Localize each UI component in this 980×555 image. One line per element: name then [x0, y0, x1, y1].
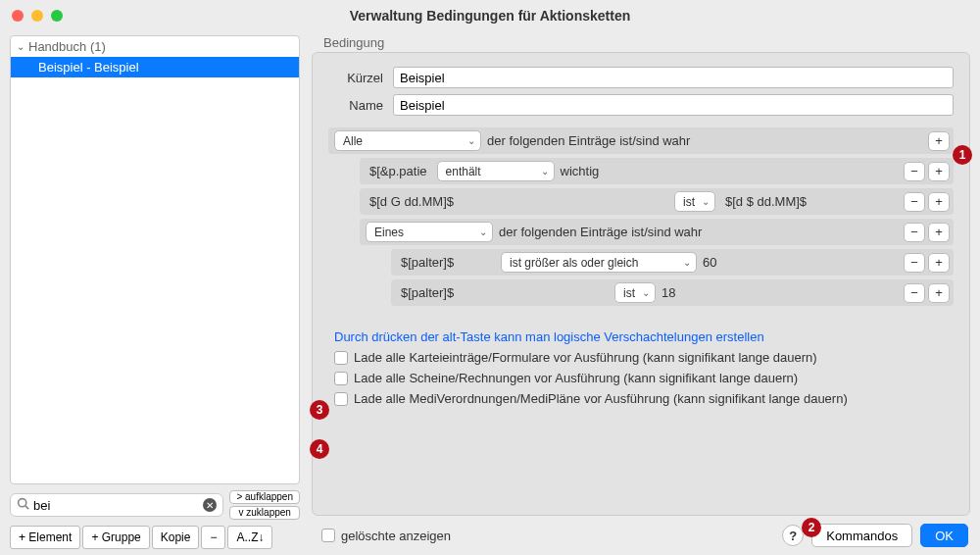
- rule-val[interactable]: 60: [703, 255, 716, 270]
- kuerzel-label: Kürzel: [328, 71, 383, 85]
- rule-val[interactable]: 18: [662, 285, 675, 300]
- rule-var[interactable]: $[&p.patie: [366, 163, 431, 179]
- remove-rule-button[interactable]: −: [904, 283, 925, 303]
- rule-var[interactable]: $[palter]$: [397, 254, 495, 271]
- add-rule-button[interactable]: +: [928, 283, 950, 303]
- zoom-icon[interactable]: [51, 10, 63, 22]
- name-input[interactable]: [393, 94, 954, 116]
- alt-key-hint: Durch drücken der alt-Taste kann man log…: [334, 329, 954, 344]
- tree-group-label: Handbuch (1): [28, 39, 106, 54]
- condition-box: Kürzel Name Alle der folgenden Einträge …: [312, 52, 970, 516]
- checkbox-label: gelöschte anzeigen: [341, 529, 451, 543]
- remove-rule-button[interactable]: −: [904, 162, 925, 181]
- checkbox[interactable]: [334, 372, 348, 385]
- add-element-button[interactable]: + Element: [10, 526, 80, 549]
- rule-row-1: $[&p.patie enthält wichtig − +: [360, 158, 954, 184]
- checkbox-row-3[interactable]: Lade alle MediVerordnungen/MediPläne vor…: [334, 391, 954, 406]
- titlebar: Verwaltung Bedingungen für Aktionsketten: [0, 0, 980, 31]
- rule-val[interactable]: wichtig: [561, 164, 600, 178]
- add-rule-button[interactable]: +: [928, 192, 950, 212]
- chevron-down-icon: ⌄: [17, 41, 24, 52]
- close-icon[interactable]: [12, 10, 24, 22]
- traffic-lights: [12, 10, 63, 22]
- help-button[interactable]: ?: [782, 525, 804, 546]
- name-label: Name: [328, 98, 383, 113]
- expand-all-button[interactable]: > aufklappen: [229, 490, 300, 504]
- checkbox[interactable]: [334, 351, 348, 365]
- copy-button[interactable]: Kopie: [152, 526, 200, 549]
- add-rule-button[interactable]: +: [928, 253, 950, 273]
- svg-point-0: [19, 499, 26, 507]
- rule-op-select[interactable]: enthält: [437, 161, 555, 181]
- remove-rule-button[interactable]: −: [904, 192, 925, 212]
- right-panel: Bedingung Kürzel Name Alle der folgenden…: [306, 31, 980, 555]
- checkbox-label: Lade alle Scheine/Rechnungen vor Ausführ…: [354, 371, 798, 385]
- checkbox[interactable]: [334, 392, 348, 406]
- add-rule-button[interactable]: +: [928, 162, 950, 181]
- add-group-button[interactable]: + Gruppe: [82, 526, 149, 549]
- rule-op-select[interactable]: ist: [614, 282, 656, 303]
- group-suffix-text: der folgenden Einträge ist/sind wahr: [499, 225, 702, 239]
- left-toolbar: + Element + Gruppe Kopie − A..Z↓: [10, 526, 300, 549]
- rule-op-select[interactable]: ist: [674, 191, 715, 212]
- rule-row-3: $[palter]$ ist größer als oder gleich 60…: [391, 249, 954, 276]
- tree-item-selected[interactable]: Beispiel - Beispiel: [11, 57, 299, 77]
- search-field[interactable]: ✕: [10, 493, 223, 517]
- remove-button[interactable]: −: [201, 526, 225, 549]
- rule-var[interactable]: $[palter]$: [397, 284, 495, 301]
- group-suffix-text: der folgenden Einträge ist/sind wahr: [487, 133, 690, 148]
- minimize-icon[interactable]: [31, 10, 43, 22]
- left-panel: ⌄ Handbuch (1) Beispiel - Beispiel ✕ > a…: [0, 31, 306, 555]
- rule-val[interactable]: $[d $ dd.MM]$: [721, 193, 898, 210]
- tree-group-header[interactable]: ⌄ Handbuch (1): [11, 36, 299, 57]
- checkbox-label: Lade alle MediVerordnungen/MediPläne vor…: [354, 391, 848, 406]
- ok-button[interactable]: OK: [920, 524, 968, 547]
- kuerzel-input[interactable]: [393, 67, 954, 88]
- rule-row-2: $[d G dd.MM]$ ist $[d $ dd.MM]$ − +: [360, 188, 954, 215]
- svg-line-1: [25, 506, 28, 509]
- search-icon: [17, 497, 29, 513]
- section-label: Bedingung: [323, 35, 970, 50]
- search-input[interactable]: [33, 498, 203, 513]
- group-operator-select[interactable]: Eines: [366, 222, 493, 242]
- checkbox-label: Lade alle Karteieinträge/Formulare vor A…: [354, 350, 817, 365]
- sort-button[interactable]: A..Z↓: [227, 526, 272, 549]
- remove-rule-button[interactable]: −: [904, 223, 925, 242]
- collapse-all-button[interactable]: v zuklappen: [229, 506, 300, 520]
- checkbox-row-2[interactable]: Lade alle Scheine/Rechnungen vor Ausführ…: [334, 371, 954, 385]
- rule-group-1: Alle der folgenden Einträge ist/sind wah…: [328, 127, 954, 154]
- rule-op-select[interactable]: ist größer als oder gleich: [501, 252, 697, 273]
- remove-rule-button[interactable]: −: [904, 253, 925, 273]
- rule-group-2: Eines der folgenden Einträge ist/sind wa…: [360, 219, 954, 245]
- show-deleted-row[interactable]: gelöschte anzeigen: [321, 529, 451, 543]
- footer: gelöschte anzeigen ? Kommandos OK: [312, 516, 970, 549]
- add-rule-button[interactable]: +: [928, 223, 950, 242]
- add-rule-button[interactable]: +: [928, 131, 950, 151]
- rule-row-4: $[palter]$ ist 18 − +: [391, 279, 954, 306]
- window-title: Verwaltung Bedingungen für Aktionsketten: [12, 8, 968, 24]
- rules-area: Alle der folgenden Einträge ist/sind wah…: [328, 127, 954, 306]
- clear-search-icon[interactable]: ✕: [203, 498, 217, 512]
- rule-var[interactable]: $[d G dd.MM]$: [366, 193, 542, 210]
- group-operator-select[interactable]: Alle: [334, 130, 481, 151]
- checkbox[interactable]: [321, 529, 335, 542]
- checkbox-row-1[interactable]: Lade alle Karteieinträge/Formulare vor A…: [334, 350, 954, 365]
- commands-button[interactable]: Kommandos: [811, 524, 912, 547]
- tree[interactable]: ⌄ Handbuch (1) Beispiel - Beispiel: [10, 35, 300, 484]
